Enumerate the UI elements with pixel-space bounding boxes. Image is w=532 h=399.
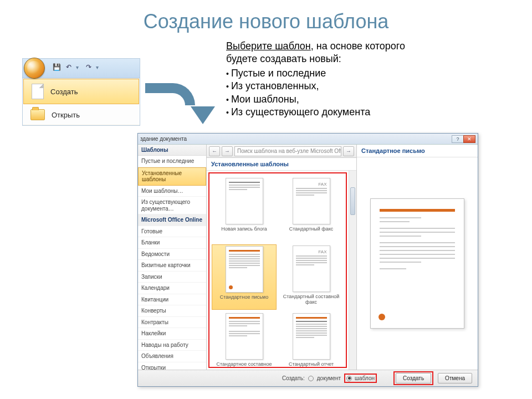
quick-access-toolbar: 💾 ↶ ▾ ↷ ▾ [52, 62, 101, 72]
sidebar-item-online[interactable]: Визитные карточки [138, 260, 206, 272]
radio-template[interactable] [346, 376, 352, 381]
qat-dropdown-icon[interactable]: ▾ [76, 64, 81, 70]
cancel-button[interactable]: Отмена [438, 373, 472, 383]
office-titlebar: 💾 ↶ ▾ ↷ ▾ [23, 59, 140, 78]
sidebar-header: Шаблоны [138, 145, 206, 156]
sidebar-item-online[interactable]: Календари [138, 283, 206, 294]
close-button[interactable]: ✕ [463, 135, 475, 143]
sidebar-item-installed[interactable]: Установленные шаблоны [138, 167, 206, 186]
qat-customize-icon[interactable]: ▾ [96, 64, 101, 70]
thumb-label: Стандартный отчет [289, 361, 334, 367]
sidebar-item-blank[interactable]: Пустые и последние [138, 156, 206, 167]
help-button[interactable]: ? [452, 135, 464, 143]
redo-icon[interactable]: ↷ [84, 62, 94, 72]
instruction-item: Мои шаблоны, [226, 93, 437, 106]
sidebar-item-online[interactable]: Открытки [138, 362, 206, 370]
nav-back-button[interactable]: ← [209, 146, 220, 156]
save-icon[interactable]: 💾 [52, 62, 62, 72]
sidebar-item-online[interactable]: Наклейки [138, 328, 206, 340]
sidebar-item-online[interactable]: Конверты [138, 305, 206, 317]
template-thumb[interactable]: FAX Стандартный составной факс [279, 244, 344, 310]
template-thumb[interactable]: Новая запись блога [212, 177, 277, 242]
sidebar-item-online[interactable]: Ведомости [138, 249, 206, 260]
sidebar-item-my-templates[interactable]: Мои шаблоны… [138, 186, 206, 197]
thumb-label: Стандартный факс [289, 226, 334, 232]
sidebar-item-online[interactable]: Записки [138, 272, 206, 283]
instruction-item: Из существующего документа [226, 106, 437, 119]
gallery-section-title: Установленные шаблоны [207, 158, 356, 171]
sidebar-header-online: Microsoft Office Online [138, 214, 206, 226]
instructions-lead: Выберите шаблон [226, 40, 311, 52]
thumb-label: Стандартное письмо [220, 294, 268, 300]
create-as-options: Создать: документ шаблон [282, 374, 377, 383]
undo-icon[interactable]: ↶ [64, 62, 74, 72]
radio-document-label: документ [317, 375, 341, 381]
template-preview-pane: Стандартное письмо [357, 145, 478, 370]
dialog-titlebar: здание документа ? ✕ [138, 134, 478, 145]
menu-item-label: Открыть [52, 111, 80, 119]
template-thumbnails: Новая запись блога FAX Стандартный факс … [208, 172, 347, 368]
sidebar-item-online[interactable]: Объявления [138, 351, 206, 362]
search-go-button[interactable]: → [343, 146, 354, 156]
thumb-label: Новая запись блога [221, 226, 267, 232]
new-document-dialog: здание документа ? ✕ Шаблоны Пустые и по… [137, 133, 478, 387]
gallery-scrollbar[interactable] [349, 171, 356, 370]
sidebar-item-online[interactable]: Контракты [138, 317, 206, 329]
office-menu-panel: 💾 ↶ ▾ ↷ ▾ Создать Открыть [22, 58, 140, 126]
preview-page [370, 198, 464, 329]
template-thumb-selected[interactable]: Стандартное письмо [212, 244, 277, 310]
sidebar-item-online[interactable]: Квитанции [138, 294, 206, 306]
scrollbar-thumb[interactable] [350, 187, 355, 215]
sidebar-item-online[interactable]: Бланки [138, 237, 206, 249]
template-thumb[interactable]: FAX Стандартный факс [279, 177, 344, 242]
dialog-caption: здание документа [140, 136, 452, 142]
slide-title: Создание нового шаблона [0, 10, 532, 33]
radio-template-label: шаблон [355, 375, 375, 381]
dialog-footer: Создать: документ шаблон Создать Отмена [138, 370, 478, 386]
sidebar-item-online[interactable]: Готовые [138, 226, 206, 238]
template-gallery: ← → Поиск шаблона на веб-узле Microsoft … [207, 145, 357, 370]
radio-template-highlight: шаблон [344, 374, 377, 383]
thumb-label: Стандартный составной факс [280, 294, 342, 305]
create-button-highlight: Создать [393, 371, 433, 385]
office-button-icon[interactable] [24, 58, 45, 79]
sidebar-item-from-existing[interactable]: Из существующего документа… [138, 197, 206, 214]
office-menu-list: Создать Открыть [23, 79, 140, 125]
menu-item-label: Создать [50, 88, 78, 96]
preview-title: Стандартное письмо [357, 145, 478, 157]
instruction-item: Из установленных, [226, 80, 437, 93]
create-as-label: Создать: [282, 375, 305, 381]
create-button[interactable]: Создать [396, 373, 431, 383]
sidebar-item-online[interactable]: Наводы на работу [138, 340, 206, 351]
thumb-label: Стандартное составное письмо [213, 361, 275, 368]
template-search-input[interactable]: Поиск шаблона на веб-узле Microsoft Offi… [234, 146, 341, 156]
menu-item-open[interactable]: Открыть [23, 105, 140, 125]
instruction-item: Пустые и последние [226, 67, 437, 80]
template-thumb[interactable]: Стандартное составное письмо [212, 312, 277, 368]
template-thumb[interactable]: Стандартный отчет [279, 312, 344, 368]
template-category-sidebar: Шаблоны Пустые и последние Установленные… [138, 145, 207, 370]
nav-forward-button[interactable]: → [222, 146, 233, 156]
menu-item-create[interactable]: Создать [23, 79, 139, 104]
instructions-block: Выберите шаблон, на основе которого буде… [226, 40, 437, 119]
gallery-toolbar: ← → Поиск шаблона на веб-узле Microsoft … [207, 145, 356, 158]
radio-document[interactable] [308, 376, 314, 381]
folder-open-icon [30, 109, 45, 120]
new-document-icon [32, 84, 44, 99]
